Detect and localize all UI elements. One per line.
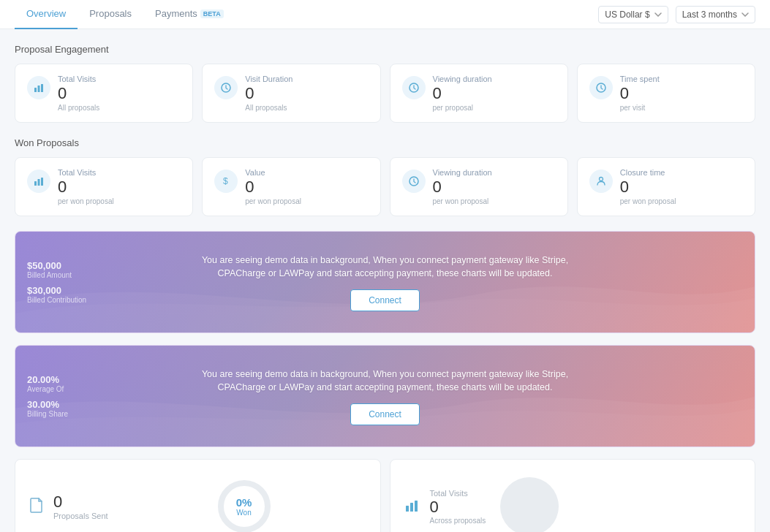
banner-label-30k: $30,000 [27,285,86,296]
demo-banner-1: $50,000 Billed Amount $30,000 Billed Con… [15,231,755,333]
viewing-duration-body: Viewing duration 0 per proposal [433,75,492,112]
total-visits-card: Total Visits 0 All proposals [15,64,193,123]
banner-sub-billed-contrib: Billed Contribution [27,296,86,304]
tab-overview[interactable]: Overview [15,0,78,29]
currency-dropdown[interactable]: US Dollar $ [598,6,668,23]
time-spent-card: Time spent 0 per visit [577,64,755,123]
closure-time-body: Closure time 0 per won proposal [620,168,676,205]
total-visits-won-label: Total Visits [58,168,114,177]
tab-payments[interactable]: Payments BETA [143,0,235,29]
demo-banner-2-message: You are seeing demo data in background, … [195,368,575,395]
time-spent-value: 0 [620,85,660,102]
total-visits-won-body: Total Visits 0 per won proposal [58,168,114,205]
proposal-engagement-cards: Total Visits 0 All proposals Visit Durat… [15,64,755,123]
closure-time-card: Closure time 0 per won proposal [577,157,755,216]
viewing-duration-value: 0 [433,85,492,102]
demo-banner-1-message: You are seeing demo data in background, … [195,254,575,281]
closure-time-value: 0 [620,178,676,196]
banner-left-labels-2: 20.00% Average Of 30.00% Billing Share [27,374,68,418]
time-spent-label: Time spent [620,75,660,83]
proposals-sent-area: 0 Proposals Sent [30,493,108,520]
demo-banner-2-content: You are seeing demo data in background, … [195,368,575,426]
proposal-engagement-title: Proposal Engagement [15,44,755,55]
total-visits-right-area: Total Visits 0 Across proposals [405,489,486,525]
value-body: Value 0 per won proposal [245,168,301,205]
donut-won-label: Won [236,509,251,517]
time-spent-body: Time spent 0 per visit [620,75,660,112]
value-sub: per won proposal [245,197,301,205]
svg-rect-8 [41,178,43,186]
bar-chart-icon [27,170,50,193]
svg-rect-1 [38,86,40,92]
nav-tabs: Overview Proposals Payments BETA [15,0,598,29]
main-content: Proposal Engagement Total Visits 0 All p… [0,29,770,532]
closure-time-sub: per won proposal [620,197,676,205]
grey-circle-chart [500,477,559,532]
value-card: $ Value 0 per won proposal [202,157,380,216]
dollar-icon: $ [214,170,238,193]
time-spent-sub: per visit [620,104,660,112]
svg-rect-2 [41,84,43,92]
proposals-sent-label: Proposals Sent [53,512,108,520]
won-proposals-title: Won Proposals [15,137,755,148]
value-label: Value [245,168,301,177]
donut-area: 0% Won [123,477,366,532]
visit-duration-card: Visit Duration 0 All proposals [202,64,380,123]
total-visits-won-card: Total Visits 0 per won proposal [15,157,193,216]
total-visits-right-label: Total Visits [430,489,486,498]
total-visits-right-value: 0 [430,498,486,517]
donut-label: 0% Won [215,477,273,532]
donut-chart: 0% Won [215,477,273,532]
banner-label-30pct: 30.00% [27,399,68,410]
svg-rect-13 [406,506,409,512]
viewing-duration-label: Viewing duration [433,75,492,83]
nav-right-controls: US Dollar $ Last 3 months [598,6,755,23]
proposals-sent-value: 0 [53,493,108,512]
banner-label-50k: $50,000 [27,260,86,271]
connect-button-1[interactable]: Connect [350,289,420,311]
viewing-duration-won-sub: per won proposal [433,197,492,205]
person-icon [589,170,613,193]
total-visits-body: Total Visits 0 All proposals [58,75,99,112]
banner-sub-avg: Average Of [27,385,68,393]
connect-button-2[interactable]: Connect [350,403,420,425]
viewing-duration-won-card: Viewing duration 0 per won proposal [390,157,568,216]
won-proposals-cards: Total Visits 0 per won proposal $ Value … [15,157,755,216]
banner-sub-billing-share: Billing Share [27,410,68,418]
proposals-sent-stats: 0 Proposals Sent [53,493,108,520]
banner-label-20pct: 20.00% [27,374,68,385]
tab-proposals[interactable]: Proposals [78,0,143,29]
banner-left-labels-1: $50,000 Billed Amount $30,000 Billed Con… [27,260,86,304]
svg-rect-15 [415,501,418,512]
banner-sub-billed: Billed Amount [27,271,86,279]
visit-duration-sub: All proposals [245,104,292,112]
svg-rect-6 [34,181,37,186]
svg-text:$: $ [223,176,228,186]
chevron-down-icon [654,12,662,17]
period-dropdown[interactable]: Last 3 months [676,6,755,23]
svg-point-11 [599,178,603,181]
clock-icon [402,76,426,99]
demo-banner-2: 20.00% Average Of 30.00% Billing Share Y… [15,345,755,447]
donut-percent: 0% [236,496,252,509]
bottom-left-card: 0 Proposals Sent 0% Won [15,459,381,532]
beta-badge: BETA [200,10,224,18]
bar-chart-icon [27,76,50,99]
clock-icon [214,76,238,99]
bar-chart-icon-right [405,499,418,514]
total-visits-right-stats: Total Visits 0 Across proposals [430,489,486,525]
clock-icon [589,76,613,99]
clock-icon [402,170,426,193]
total-visits-right-sub: Across proposals [430,517,486,525]
bottom-right-card: Total Visits 0 Across proposals [390,459,756,532]
document-icon [30,497,43,517]
total-visits-won-value: 0 [58,178,114,196]
bottom-section: 0 Proposals Sent 0% Won [15,459,755,532]
top-navigation: Overview Proposals Payments BETA US Doll… [0,0,770,29]
viewing-duration-won-value: 0 [433,178,492,196]
total-visits-won-sub: per won proposal [58,197,114,205]
total-visits-sub: All proposals [58,104,99,112]
demo-banner-1-content: You are seeing demo data in background, … [195,254,575,312]
svg-rect-7 [38,179,40,186]
total-visits-label: Total Visits [58,75,99,83]
